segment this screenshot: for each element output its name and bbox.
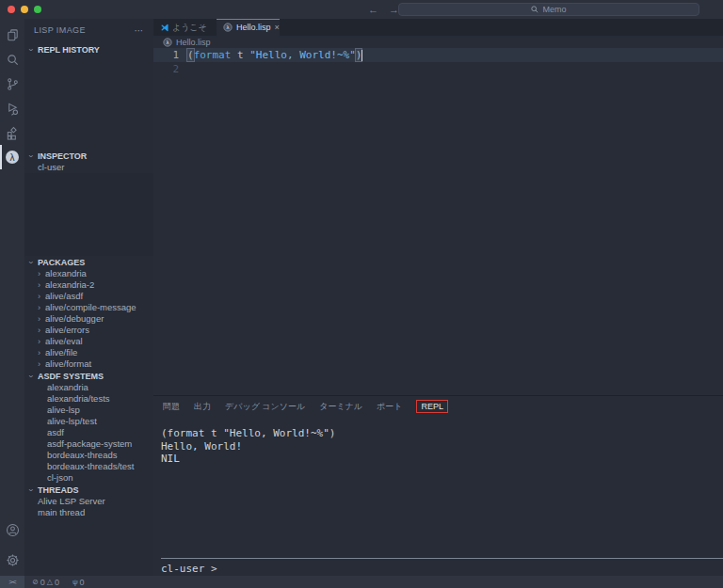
close-window-button[interactable] — [8, 6, 15, 13]
panel-tab-terminal[interactable]: ターミナル — [319, 401, 362, 413]
svg-text:λ: λ — [10, 152, 15, 163]
asdf-system-item[interactable]: alive-lsp — [24, 405, 153, 416]
problems-status[interactable]: ⊘ 0 △ 0 — [32, 578, 59, 587]
extensions-icon[interactable] — [0, 120, 24, 145]
repl-output-line: (format t "Hello, World!~%") — [161, 427, 723, 440]
repl-prompt-divider — [161, 558, 723, 559]
chevron-right-icon: › — [38, 279, 45, 291]
package-item[interactable]: ›alive/eval — [24, 336, 153, 347]
chevron-down-icon: › — [26, 486, 36, 494]
search-sidebar-icon[interactable] — [0, 47, 24, 72]
panel-tab-ports[interactable]: ポート — [377, 401, 402, 413]
explorer-icon[interactable] — [0, 23, 24, 47]
package-item[interactable]: ›alive/debugger — [24, 313, 153, 325]
command-center-search[interactable]: Memo — [398, 3, 699, 16]
text-cursor — [362, 50, 362, 61]
minimize-window-button[interactable] — [21, 6, 28, 13]
asdf-system-item[interactable]: alive-lsp/test — [24, 416, 153, 427]
thread-item[interactable]: Alive LSP Server — [24, 496, 153, 507]
sidebar-lisp-image: LISP IMAGE ⋯ › REPL HISTORY › INSPECTOR … — [24, 19, 153, 576]
repl-history-empty-area — [24, 56, 153, 150]
remote-indicator[interactable]: >< — [0, 576, 24, 588]
sidebar-more-actions-icon[interactable]: ⋯ — [135, 25, 144, 36]
navigate-back-icon[interactable]: ← — [368, 4, 378, 15]
asdf-system-item[interactable]: asdf-package-system — [24, 438, 153, 450]
error-count: 0 — [40, 578, 45, 587]
section-packages[interactable]: › PACKAGES — [24, 256, 153, 268]
repl-prompt[interactable]: cl-user > — [161, 563, 217, 575]
chevron-right-icon: › — [38, 325, 45, 336]
chevron-right-icon: › — [38, 268, 45, 279]
inspector-content-area — [24, 173, 153, 256]
warning-count: 0 — [55, 578, 59, 587]
section-repl-history[interactable]: › REPL HISTORY — [24, 43, 153, 56]
panel-tab-problems[interactable]: 問題 — [163, 401, 180, 413]
breadcrumb[interactable]: λ Hello.lisp — [153, 36, 723, 48]
code-editor[interactable]: 1 (format t "Hello, World!~%") 2 — [153, 48, 723, 76]
breadcrumb-file: Hello.lisp — [176, 38, 211, 47]
panel-tab-output[interactable]: 出力 — [194, 401, 211, 413]
chevron-right-icon: › — [38, 358, 45, 370]
chevron-right-icon: › — [38, 313, 45, 325]
panel-tab-repl[interactable]: REPL — [416, 400, 448, 413]
line-number: 2 — [153, 63, 187, 75]
chevron-down-icon: › — [26, 259, 36, 266]
chevron-down-icon: › — [26, 373, 36, 380]
radio-tower-icon: ψ — [72, 578, 78, 586]
package-item[interactable]: ›alive/errors — [24, 325, 153, 336]
tab-welcome[interactable]: ようこそ — [153, 19, 217, 36]
close-paren: ) — [356, 49, 362, 61]
thread-item[interactable]: main thread — [24, 507, 153, 518]
open-paren: ( — [187, 49, 194, 61]
section-inspector[interactable]: › INSPECTOR — [24, 150, 153, 162]
asdf-system-item[interactable]: cl-json — [24, 472, 153, 484]
tab-hello-lisp[interactable]: λ Hello.lisp × — [217, 19, 280, 36]
chevron-right-icon: › — [38, 336, 45, 347]
close-tab-icon[interactable]: × — [275, 23, 280, 32]
source-control-icon[interactable] — [0, 72, 24, 96]
svg-text:λ: λ — [167, 40, 169, 45]
chevron-right-icon: › — [38, 302, 45, 313]
window-controls[interactable] — [8, 6, 41, 13]
ports-count: 0 — [80, 578, 85, 587]
lisp-file-icon: λ — [223, 23, 233, 32]
package-item[interactable]: ›alive/file — [24, 347, 153, 358]
run-debug-icon[interactable] — [0, 96, 24, 120]
accounts-icon[interactable] — [0, 517, 24, 542]
asdf-system-item[interactable]: bordeaux-threads/test — [24, 461, 153, 472]
warning-icon: △ — [47, 578, 53, 586]
alive-lisp-extension-icon[interactable]: λ — [0, 145, 24, 169]
panel-tab-bar: 問題 出力 デバッグ コンソール ターミナル ポート REPL — [153, 396, 723, 412]
package-item[interactable]: ›alive/compile-message — [24, 302, 153, 313]
code-line-2[interactable]: 2 — [153, 62, 723, 76]
editor-tab-bar: ようこそ λ Hello.lisp × — [153, 19, 723, 36]
package-item[interactable]: ›alexandria — [24, 268, 153, 279]
vscode-logo-icon — [160, 24, 169, 32]
package-item[interactable]: ›alive/format — [24, 358, 153, 370]
repl-output-line: NIL — [161, 453, 723, 466]
asdf-system-item[interactable]: alexandria — [24, 382, 153, 393]
code-line-1[interactable]: 1 (format t "Hello, World!~%") — [153, 48, 723, 62]
inspector-list: cl-user — [24, 162, 153, 173]
inspector-item[interactable]: cl-user — [24, 162, 153, 173]
activity-bar: λ — [0, 19, 24, 576]
asdf-system-item[interactable]: bordeaux-threads — [24, 450, 153, 461]
packages-list: ›alexandria›alexandria-2›alive/asdf›aliv… — [24, 268, 153, 370]
maximize-window-button[interactable] — [34, 6, 41, 13]
chevron-right-icon: › — [38, 347, 45, 358]
title-bar: ← → Memo — [0, 0, 723, 19]
settings-gear-icon[interactable] — [0, 548, 24, 572]
asdf-system-item[interactable]: alexandria/tests — [24, 393, 153, 405]
error-icon: ⊘ — [32, 578, 39, 586]
threads-list: Alive LSP Servermain thread — [24, 496, 153, 518]
line-number: 1 — [153, 49, 187, 61]
ports-status[interactable]: ψ 0 — [72, 578, 85, 587]
package-item[interactable]: ›alive/asdf — [24, 291, 153, 302]
section-asdf-systems[interactable]: › ASDF SYSTEMS — [24, 370, 153, 382]
status-bar: >< ⊘ 0 △ 0 ψ 0 — [0, 576, 723, 588]
svg-text:λ: λ — [227, 24, 230, 30]
section-threads[interactable]: › THREADS — [24, 484, 153, 496]
panel-tab-debug-console[interactable]: デバッグ コンソール — [225, 401, 305, 413]
package-item[interactable]: ›alexandria-2 — [24, 279, 153, 291]
asdf-system-item[interactable]: asdf — [24, 427, 153, 438]
